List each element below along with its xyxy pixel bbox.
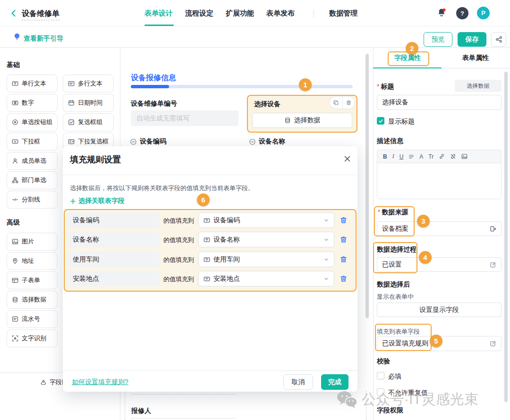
order-number-input[interactable]: 自动生成无需填写 xyxy=(131,110,238,126)
unlink-icon[interactable] xyxy=(450,153,456,160)
sidebar-item-select-data[interactable]: 选择数据 xyxy=(7,291,58,309)
tab-flow-setting[interactable]: 流程设定 xyxy=(185,9,213,18)
sidebar-item-multi-line-text[interactable]: 多行文本 xyxy=(63,75,114,92)
share-button[interactable] xyxy=(491,32,506,47)
show-title-checkbox[interactable] xyxy=(377,117,384,125)
select-data-button[interactable]: 选择数据 xyxy=(252,113,352,128)
sidebar-item-divider-line[interactable]: 分割线 xyxy=(7,191,58,209)
description-textarea[interactable] xyxy=(377,163,502,199)
number-icon xyxy=(12,100,18,106)
tab-extensions[interactable]: 扩展功能 xyxy=(226,9,254,18)
save-button[interactable]: 保存 xyxy=(458,32,486,47)
tab-form-design[interactable]: 表单设计 xyxy=(144,9,173,18)
edit-icon[interactable] xyxy=(490,340,496,347)
help-icon: ? xyxy=(460,10,464,17)
edit-icon[interactable] xyxy=(490,261,496,268)
linked-field-device-code[interactable]: 设备编码 xyxy=(130,137,166,146)
rule-target-select[interactable]: 使用车间 xyxy=(198,252,334,267)
select-device-label: 选择设备 xyxy=(254,100,280,109)
panel-scrollbar[interactable] xyxy=(504,72,508,402)
confirm-button[interactable]: 完成 xyxy=(321,374,348,390)
user-avatar[interactable]: P xyxy=(477,7,490,19)
plus-icon xyxy=(70,198,76,204)
sidebar-item-number[interactable]: 数字 xyxy=(7,94,58,112)
data-source-field[interactable]: 设备档案 xyxy=(377,221,502,236)
italic-icon[interactable]: I xyxy=(392,153,394,160)
form-title[interactable]: 设备维修单 xyxy=(22,9,60,20)
bold-icon[interactable]: B xyxy=(383,153,387,160)
copy-icon xyxy=(333,100,339,106)
sidebar-item-member-select[interactable]: 成员单选 xyxy=(7,152,58,170)
canvas-dashed-border-left xyxy=(125,391,125,420)
title-input[interactable] xyxy=(377,95,502,110)
sidebar-item-subform[interactable]: 子表单 xyxy=(7,271,58,289)
annotation-number-1: 1 xyxy=(299,78,312,91)
linked-field-icon xyxy=(130,138,137,145)
sidebar-item-serial-number[interactable]: 流水号 xyxy=(7,310,58,328)
text-input-icon xyxy=(204,236,210,243)
insert-image-icon[interactable] xyxy=(461,153,468,160)
preview-button[interactable]: 预览 xyxy=(424,32,452,47)
data-select-process-field[interactable]: 已设置 xyxy=(377,257,502,272)
rule-target-select[interactable]: 安装地点 xyxy=(198,271,334,286)
underline-icon[interactable]: U xyxy=(400,153,404,160)
modal-header-divider xyxy=(63,175,357,175)
link-icon[interactable] xyxy=(439,153,445,160)
rule-source-field: 设备编码 xyxy=(67,212,160,228)
delete-rule-button[interactable] xyxy=(340,235,348,244)
font-size-icon[interactable]: Tr xyxy=(428,153,434,160)
header-divider xyxy=(314,9,314,17)
select-icon xyxy=(12,138,18,145)
notification-button[interactable] xyxy=(436,8,449,20)
no-duplicate-checkbox[interactable] xyxy=(377,388,384,396)
tab-field-properties[interactable]: 字段属性 xyxy=(394,54,421,62)
relate-form-icon[interactable] xyxy=(490,226,496,232)
select-data-icon xyxy=(12,296,18,303)
validation-label: 校验 xyxy=(377,357,390,366)
font-color-icon[interactable]: A xyxy=(419,153,423,160)
divider-icon xyxy=(12,196,18,203)
sidebar-item-checkbox-group[interactable]: 复选框组 xyxy=(63,113,114,131)
add-related-field-link[interactable]: 选择关联表字段 xyxy=(70,197,125,205)
delete-rule-button[interactable] xyxy=(340,255,348,263)
reporter-field-label[interactable]: 报修人 xyxy=(131,407,151,415)
field-action-pill xyxy=(329,96,355,109)
fill-rules-help-link[interactable]: 如何设置填充规则? xyxy=(72,378,128,386)
tab-form-properties[interactable]: 表单属性 xyxy=(462,54,489,62)
member-icon xyxy=(12,158,18,164)
sidebar-item-department-select[interactable]: 部门单选 xyxy=(7,171,58,189)
cancel-button[interactable]: 取消 xyxy=(283,374,313,390)
delete-rule-button[interactable] xyxy=(340,216,348,224)
data-select-process-label: 数据选择过程 xyxy=(377,245,416,254)
panel-select-data-button[interactable]: 选择数据 xyxy=(455,80,502,92)
annotation-number-5: 5 xyxy=(430,335,442,347)
delete-rule-button[interactable] xyxy=(340,275,348,283)
linked-field-device-name[interactable]: 设备名称 xyxy=(249,137,285,146)
align-icon[interactable] xyxy=(408,154,414,160)
sidebar-item-address[interactable]: 地址 xyxy=(7,252,58,270)
help-button[interactable]: ? xyxy=(456,7,468,19)
rule-connector-text: 的值填充到 xyxy=(163,236,194,244)
order-number-field-label[interactable]: 设备维修单编号 xyxy=(131,100,177,108)
sidebar-item-single-line-text[interactable]: 单行文本 xyxy=(7,75,58,92)
set-display-fields-button[interactable]: 设置显示字段 xyxy=(377,302,502,317)
close-icon[interactable] xyxy=(344,155,351,162)
tab-form-publish[interactable]: 表单发布 xyxy=(266,9,295,18)
copy-field-button[interactable] xyxy=(330,97,342,109)
sidebar-item-radio-group[interactable]: 单选按钮组 xyxy=(7,113,58,131)
required-checkbox[interactable] xyxy=(377,372,384,379)
canvas-scrollbar[interactable] xyxy=(366,54,369,318)
rule-target-select[interactable]: 设备编码 xyxy=(198,212,334,228)
sidebar-item-label: 数字 xyxy=(22,99,34,107)
delete-field-button[interactable] xyxy=(342,97,355,109)
rule-target-value: 设备名称 xyxy=(213,235,320,244)
sidebar-item-dropdown[interactable]: 下拉框 xyxy=(7,133,58,151)
form-section-title[interactable]: 设备报修信息 xyxy=(131,73,176,83)
sidebar-item-datetime[interactable]: 日期时间 xyxy=(63,94,114,112)
back-icon[interactable] xyxy=(9,9,18,17)
sidebar-item-image[interactable]: 图片 xyxy=(7,233,58,251)
beginner-guide-link[interactable]: 查看新手引导 xyxy=(24,34,63,43)
tab-data-management[interactable]: 数据管理 xyxy=(329,9,357,18)
sidebar-item-ocr[interactable]: 文字识别 xyxy=(7,329,58,347)
rule-target-select[interactable]: 设备名称 xyxy=(198,232,334,247)
